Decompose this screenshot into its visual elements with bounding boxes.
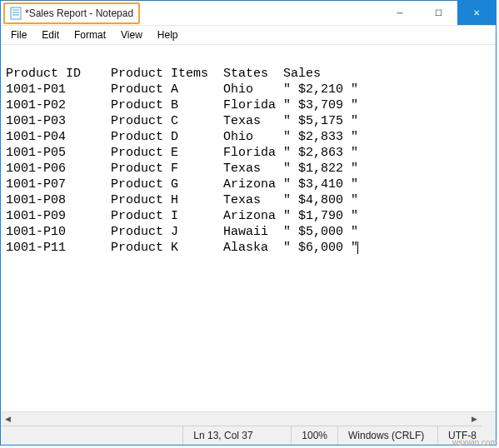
window-title: *Sales Report - Notepad (25, 7, 133, 19)
close-button[interactable]: ✕ (457, 1, 496, 25)
text-editor[interactable]: Product ID Product Items States Sales 10… (1, 45, 496, 411)
statusbar: Ln 13, Col 37 100% Windows (CRLF) UTF-8 (1, 426, 496, 445)
menu-format[interactable]: Format (67, 27, 112, 42)
maximize-button[interactable]: ☐ (419, 1, 457, 25)
menu-file[interactable]: File (4, 27, 33, 42)
minimize-button[interactable]: ─ (381, 1, 419, 25)
status-zoom: 100% (291, 426, 337, 445)
window-controls: ─ ☐ ✕ (381, 1, 496, 25)
horizontal-scrollbar[interactable]: ◀ ▶ (1, 411, 496, 426)
scroll-left-arrow-icon[interactable]: ◀ (1, 412, 15, 426)
scroll-corner (482, 412, 496, 426)
menu-view[interactable]: View (114, 27, 149, 42)
content-area: Product ID Product Items States Sales 10… (1, 45, 496, 426)
notepad-icon (10, 7, 22, 20)
menubar: File Edit Format View Help (1, 26, 496, 45)
titlebar: *Sales Report - Notepad ─ ☐ ✕ (1, 1, 496, 26)
notepad-window: *Sales Report - Notepad ─ ☐ ✕ File Edit … (0, 0, 497, 446)
title-highlight-box: *Sales Report - Notepad (3, 2, 140, 24)
menu-help[interactable]: Help (151, 27, 185, 42)
status-lineending: Windows (CRLF) (337, 426, 437, 445)
status-position: Ln 13, Col 37 (182, 426, 291, 445)
text-caret (357, 241, 358, 254)
scroll-right-arrow-icon[interactable]: ▶ (467, 412, 482, 426)
watermark: wsxwin.com (452, 438, 497, 447)
menu-edit[interactable]: Edit (35, 27, 66, 42)
svg-rect-0 (11, 7, 21, 19)
titlebar-left: *Sales Report - Notepad (1, 1, 381, 25)
scroll-track[interactable] (15, 412, 467, 426)
